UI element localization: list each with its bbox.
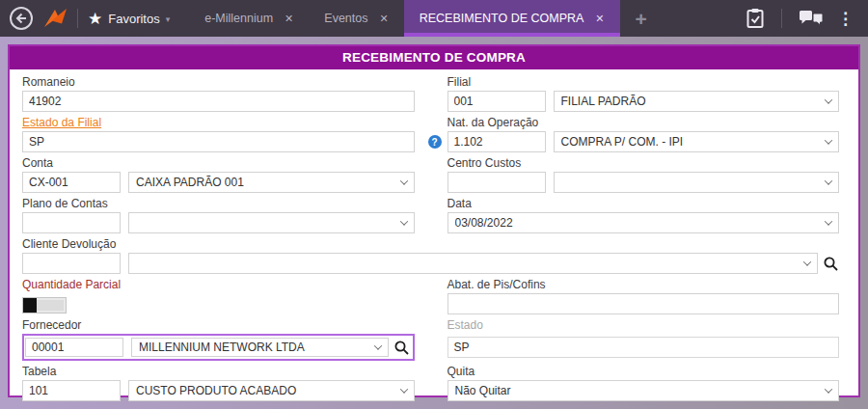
chevron-down-icon — [825, 217, 832, 225]
chevron-down-icon: ▾ — [166, 14, 171, 24]
tab-label: Eventos — [324, 12, 367, 25]
close-icon[interactable]: ✕ — [285, 13, 293, 25]
back-icon — [9, 6, 34, 31]
divider — [77, 9, 78, 28]
field-label-centro-custos: Centro Custos — [448, 156, 840, 170]
menu-button[interactable]: ⋮ — [830, 9, 860, 29]
tabela-code-input[interactable] — [22, 380, 121, 401]
field-label-tabela: Tabela — [22, 365, 415, 378]
tab-e-millennium[interactable]: e-Millennium ✕ — [189, 0, 309, 37]
favorites-button[interactable]: ★ Favoritos ▾ — [88, 11, 170, 27]
search-icon — [823, 256, 839, 272]
fornecedor-select[interactable]: MILLENNIUM NETWORK LTDA — [131, 338, 389, 357]
nat-operacao-select[interactable]: COMPRA P/ COM. - IPI — [554, 131, 840, 152]
conta-code-input[interactable] — [22, 172, 121, 193]
fornecedor-search-button[interactable] — [393, 340, 410, 356]
field-label-plano-de-contas: Plano de Contas — [22, 197, 415, 210]
toggle-handle — [23, 298, 37, 313]
plano-de-contas-code-input[interactable] — [22, 212, 121, 233]
tab-label: RECEBIMENTO DE COMPRA — [420, 12, 584, 25]
field-label-romaneio: Romaneio — [22, 75, 415, 89]
field-label-conta: Conta — [22, 156, 415, 170]
filial-select[interactable]: FILIAL PADRÃO — [554, 91, 840, 112]
help-icon[interactable]: ? — [428, 135, 442, 149]
conta-select[interactable]: CAIXA PADRÃO 001 — [128, 172, 415, 193]
tab-bar: e-Millennium ✕ Eventos ✕ RECEBIMENTO DE … — [189, 0, 619, 37]
chat-bubbles-icon — [799, 10, 824, 28]
cliente-devolucao-search-button[interactable] — [823, 256, 839, 272]
estado-da-filial-input[interactable] — [22, 131, 415, 152]
estado-input — [448, 337, 840, 358]
field-label-estado: Estado — [448, 318, 840, 332]
cliente-devolucao-code-input[interactable] — [22, 253, 121, 274]
form-title: RECEBIMENTO DE COMPRA — [10, 46, 858, 69]
filial-code-input[interactable] — [448, 91, 546, 112]
chevron-down-icon — [825, 385, 832, 393]
chevron-down-icon — [825, 136, 832, 144]
favorites-label: Favoritos — [108, 12, 159, 26]
data-select[interactable]: 03/08/2022 — [448, 212, 840, 233]
field-label-abat-pis-cofins: Abat. de Pis/Cofins — [448, 278, 840, 291]
field-label-filial: Filial — [448, 75, 840, 89]
plano-de-contas-select[interactable] — [128, 212, 415, 233]
fornecedor-select-value: MILLENNIUM NETWORK LTDA — [139, 341, 369, 354]
form-panel: RECEBIMENTO DE COMPRA Romaneio Filial FI… — [8, 44, 860, 397]
close-icon[interactable]: ✕ — [595, 13, 604, 25]
chevron-down-icon — [399, 385, 407, 393]
chevron-down-icon — [803, 258, 811, 265]
nat-operacao-code-input[interactable] — [448, 131, 546, 152]
quita-select[interactable]: Não Quitar — [448, 380, 840, 401]
tab-label: e-Millennium — [204, 12, 273, 25]
tasks-button[interactable] — [739, 8, 772, 29]
centro-custos-code-input[interactable] — [448, 172, 546, 193]
tabela-select-value: CUSTO PRODUTO ACABADO — [136, 384, 395, 397]
field-label-quita: Quita — [448, 365, 840, 378]
star-icon: ★ — [88, 11, 102, 27]
field-label-cliente-devolucao: Cliente Devolução — [22, 237, 839, 251]
tab-recebimento-de-compra[interactable]: RECEBIMENTO DE COMPRA ✕ — [404, 0, 620, 37]
cliente-devolucao-select[interactable] — [128, 253, 818, 274]
tab-eventos[interactable]: Eventos ✕ — [309, 0, 403, 37]
quantidade-parcial-toggle[interactable] — [22, 297, 67, 314]
new-tab-button[interactable]: + — [636, 9, 647, 29]
filial-select-value: FILIAL PADRÃO — [561, 95, 821, 108]
fornecedor-code-input[interactable] — [25, 338, 123, 357]
romaneio-input[interactable] — [22, 91, 415, 112]
back-button[interactable] — [9, 6, 34, 31]
clipboard-check-icon — [746, 8, 765, 29]
chevron-down-icon — [399, 217, 407, 225]
page-background: RECEBIMENTO DE COMPRA Romaneio Filial FI… — [0, 37, 868, 409]
abat-pis-cofins-input[interactable] — [448, 293, 840, 314]
topbar: ★ Favoritos ▾ e-Millennium ✕ Eventos ✕ R… — [0, 0, 868, 37]
tabela-select[interactable]: CUSTO PRODUTO ACABADO — [128, 380, 415, 401]
field-label-quantidade-parcial: Quantidade Parcial — [22, 278, 415, 291]
field-label-fornecedor: Fornecedor — [22, 318, 415, 332]
chevron-down-icon — [373, 341, 381, 349]
centro-custos-select[interactable] — [554, 172, 840, 193]
divider — [781, 9, 782, 28]
fornecedor-focused-group: MILLENNIUM NETWORK LTDA — [22, 334, 415, 361]
chat-button[interactable] — [792, 10, 830, 28]
nat-operacao-select-value: COMPRA P/ COM. - IPI — [561, 135, 821, 149]
topbar-actions: ⋮ — [739, 8, 860, 29]
data-select-value: 03/08/2022 — [455, 216, 821, 230]
field-label-data: Data — [448, 197, 840, 210]
chevron-down-icon — [399, 177, 407, 184]
close-icon[interactable]: ✕ — [380, 13, 389, 25]
app-logo-icon — [42, 7, 68, 30]
conta-select-value: CAIXA PADRÃO 001 — [136, 176, 395, 189]
estado-da-filial-link[interactable]: Estado da Filial — [22, 116, 415, 129]
form-body: Romaneio Filial FILIAL PADRÃO — [10, 69, 858, 405]
field-label-nat-operacao: Nat. da Operação — [448, 116, 840, 129]
chevron-down-icon — [825, 177, 832, 184]
chevron-down-icon — [825, 95, 832, 103]
quita-select-value: Não Quitar — [455, 384, 821, 397]
search-icon — [393, 340, 410, 356]
